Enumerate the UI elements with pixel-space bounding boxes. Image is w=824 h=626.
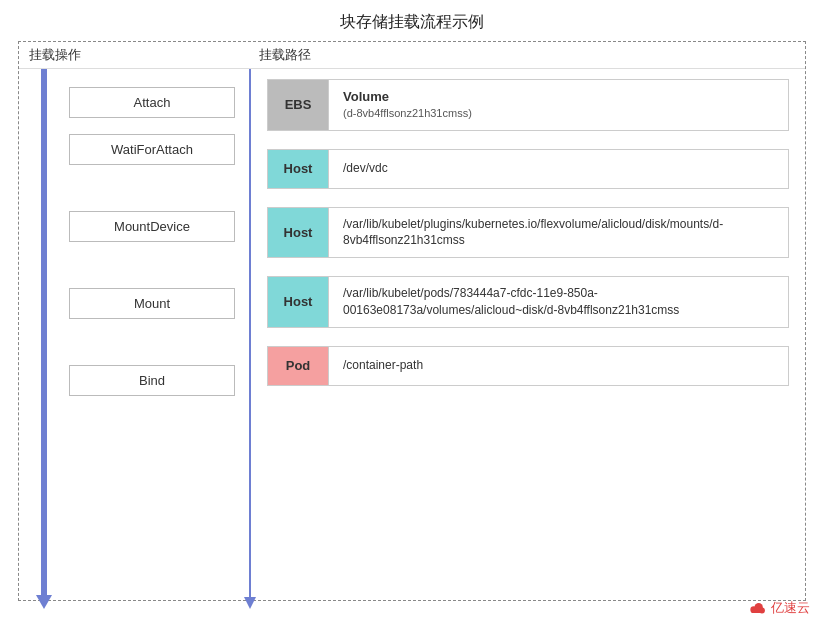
path-column: EBS Volume (d-8vb4fflsonz21h31cmss) Host… [251, 69, 805, 597]
path-row-host-plugins: Host /var/lib/kubelet/plugins/kubernetes… [267, 207, 789, 259]
col-path-label: 挂载路径 [249, 46, 311, 64]
host-pods-label: Host [268, 277, 328, 327]
svg-rect-3 [751, 610, 764, 613]
host-plugins-value: /var/lib/kubelet/plugins/kubernetes.io/f… [328, 208, 788, 258]
node-host-dev: Host /dev/vdc [267, 149, 789, 189]
op-attach: Attach [69, 87, 235, 118]
ebs-volume-id: (d-8vb4fflsonz21h31cmss) [343, 106, 472, 121]
col-divider [249, 69, 251, 597]
path-row-pod: Pod /container-path [267, 346, 789, 386]
host-pods-value: /var/lib/kubelet/pods/783444a7-cfdc-11e9… [328, 277, 788, 327]
op-mount-device: MountDevice [69, 211, 235, 242]
host-plugins-label: Host [268, 208, 328, 258]
path-row-host-dev: Host /dev/vdc [267, 149, 789, 189]
ebs-volume-title: Volume [343, 88, 472, 106]
content-area: Attach WatiForAttach MountDevice Mount B… [19, 69, 805, 597]
pod-value: /container-path [328, 347, 788, 385]
host-dev-label: Host [268, 150, 328, 188]
host-dev-value: /dev/vdc [328, 150, 788, 188]
path-row-ebs: EBS Volume (d-8vb4fflsonz21h31cmss) [267, 79, 789, 131]
main-container: 挂载操作 挂载路径 Attach WatiForAttach MountDevi… [18, 41, 806, 601]
node-host-pods: Host /var/lib/kubelet/pods/783444a7-cfdc… [267, 276, 789, 328]
watermark-text: 亿速云 [771, 599, 810, 617]
page-title: 块存储挂载流程示例 [0, 0, 824, 41]
ebs-label: EBS [268, 80, 328, 130]
node-host-plugins: Host /var/lib/kubelet/plugins/kubernetes… [267, 207, 789, 259]
column-labels: 挂载操作 挂载路径 [19, 42, 805, 69]
op-mount: Mount [69, 288, 235, 319]
op-wait-for-attach: WatiForAttach [69, 134, 235, 165]
op-bind: Bind [69, 365, 235, 396]
ebs-value: Volume (d-8vb4fflsonz21h31cmss) [328, 80, 788, 130]
node-pod: Pod /container-path [267, 346, 789, 386]
col-ops-label: 挂载操作 [19, 46, 249, 64]
watermark: 亿速云 [747, 598, 810, 618]
ops-column: Attach WatiForAttach MountDevice Mount B… [19, 69, 249, 597]
node-ebs-volume: EBS Volume (d-8vb4fflsonz21h31cmss) [267, 79, 789, 131]
pod-label: Pod [268, 347, 328, 385]
path-row-host-pods: Host /var/lib/kubelet/pods/783444a7-cfdc… [267, 276, 789, 328]
ops-arrow-line [41, 69, 47, 597]
watermark-icon [747, 598, 767, 618]
